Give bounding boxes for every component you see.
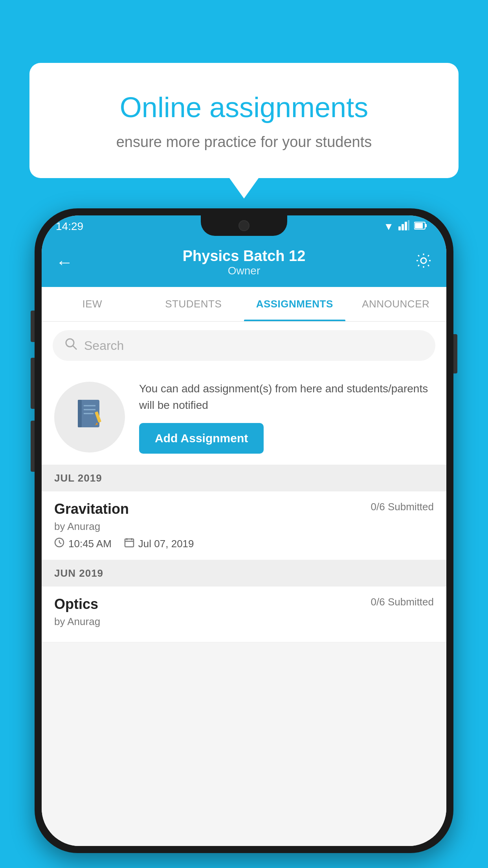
assignment-optics-submitted: 0/6 Submitted — [371, 596, 434, 608]
tab-students[interactable]: STUDENTS — [143, 287, 244, 321]
signal-icon — [398, 220, 409, 233]
speech-bubble-container: Online assignments ensure more practice … — [29, 63, 459, 178]
phone-notch — [201, 215, 287, 236]
search-placeholder: Search — [84, 338, 124, 353]
mute-button — [31, 311, 35, 342]
assignment-date: Jul 07, 2019 — [124, 537, 194, 550]
promo-section: You can add assignment(s) from here and … — [42, 370, 446, 465]
svg-rect-0 — [398, 226, 401, 230]
assignment-optics-by: by Anurag — [54, 616, 434, 628]
content-scroll: Search — [42, 322, 446, 846]
svg-rect-5 — [415, 223, 423, 228]
svg-point-7 — [421, 258, 426, 263]
svg-rect-6 — [425, 224, 427, 227]
phone-frame: 14:29 ▼ — [35, 208, 453, 853]
header-subtitle: Owner — [73, 265, 415, 277]
assignment-time-value: 10:45 AM — [68, 538, 112, 550]
assignment-optics-row1: Optics 0/6 Submitted — [54, 596, 434, 612]
section-jun-label: JUN 2019 — [54, 567, 103, 579]
assignment-optics[interactable]: Optics 0/6 Submitted by Anurag — [42, 587, 446, 642]
svg-line-19 — [59, 542, 61, 544]
calendar-icon — [124, 537, 134, 550]
promo-icon-circle — [54, 382, 125, 452]
front-camera — [238, 220, 250, 231]
section-jun-2019: JUN 2019 — [42, 560, 446, 587]
assignment-row-title: Gravitation 0/6 Submitted — [54, 501, 434, 517]
speech-bubble: Online assignments ensure more practice … — [29, 63, 459, 178]
notebook-icon — [72, 396, 107, 439]
search-icon — [64, 337, 78, 354]
assignment-time: 10:45 AM — [54, 537, 112, 550]
settings-icon[interactable] — [415, 252, 432, 273]
search-container: Search — [42, 322, 446, 370]
volume-up-button — [31, 358, 35, 409]
section-jul-2019: JUL 2019 — [42, 465, 446, 491]
tabs-bar: IEW STUDENTS ASSIGNMENTS ANNOUNCER — [42, 287, 446, 322]
promo-description: You can add assignment(s) from here and … — [139, 381, 434, 414]
assignment-optics-name: Optics — [54, 596, 98, 612]
tab-overview[interactable]: IEW — [42, 287, 143, 321]
add-assignment-button[interactable]: Add Assignment — [139, 423, 264, 454]
power-button — [453, 334, 457, 373]
clock-icon — [54, 537, 64, 550]
search-input-wrap[interactable]: Search — [53, 330, 435, 361]
battery-icon — [414, 221, 427, 233]
speech-bubble-subtitle: ensure more practice for your students — [53, 134, 435, 151]
svg-line-9 — [73, 346, 77, 349]
phone-wrapper: 14:29 ▼ — [35, 208, 453, 853]
assignment-gravitation[interactable]: Gravitation 0/6 Submitted by Anurag — [42, 491, 446, 560]
volume-down-button — [31, 421, 35, 472]
section-jul-label: JUL 2019 — [54, 472, 102, 484]
assignment-date-value: Jul 07, 2019 — [138, 538, 194, 550]
svg-rect-11 — [78, 400, 82, 427]
svg-rect-2 — [405, 222, 407, 230]
assignment-gravitation-by: by Anurag — [54, 520, 434, 533]
speech-bubble-title: Online assignments — [53, 90, 435, 124]
status-time: 14:29 — [56, 220, 83, 233]
tab-announcements[interactable]: ANNOUNCER — [345, 287, 447, 321]
phone-screen: 14:29 ▼ — [42, 215, 446, 846]
wifi-icon: ▼ — [383, 221, 394, 233]
assignment-gravitation-submitted: 0/6 Submitted — [371, 501, 434, 513]
svg-rect-20 — [125, 539, 134, 547]
assignment-gravitation-name: Gravitation — [54, 501, 129, 517]
assignment-gravitation-meta: 10:45 AM Jul 07, 201 — [54, 537, 434, 550]
app-header: ← Physics Batch 12 Owner — [42, 237, 446, 287]
status-icons: ▼ — [383, 220, 427, 233]
svg-rect-1 — [402, 224, 404, 230]
tab-assignments[interactable]: ASSIGNMENTS — [244, 287, 345, 321]
promo-text-area: You can add assignment(s) from here and … — [139, 381, 434, 454]
svg-rect-3 — [408, 220, 409, 230]
back-button[interactable]: ← — [56, 252, 73, 272]
header-title-block: Physics Batch 12 Owner — [73, 248, 415, 277]
header-title: Physics Batch 12 — [73, 248, 415, 265]
